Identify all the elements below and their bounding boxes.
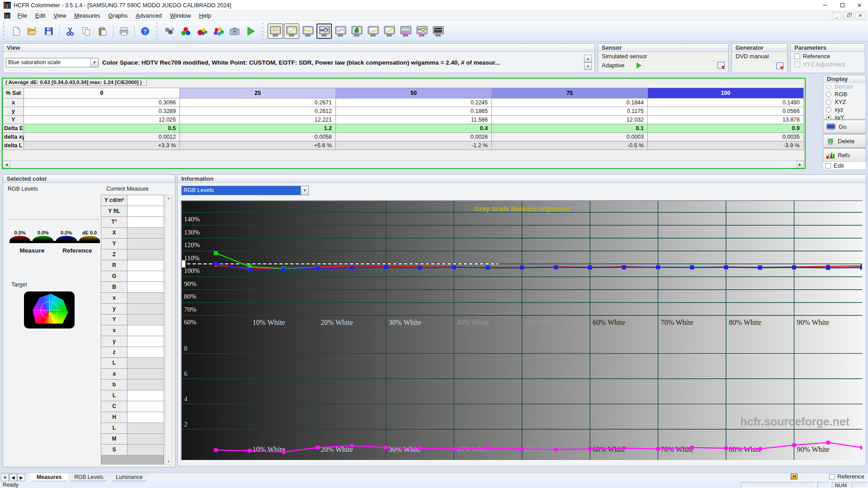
sensor-config-icon[interactable] — [717, 62, 725, 69]
column-header-50[interactable]: 50 — [336, 88, 492, 99]
measure-row-value[interactable] — [127, 336, 164, 347]
measure-value-cell[interactable]: 0.2671 — [180, 99, 336, 107]
menu-graphs[interactable]: Graphs — [104, 11, 132, 20]
measure-value-cell[interactable]: 0.1175 — [492, 107, 648, 116]
measure-value-cell[interactable]: -0.5 % — [492, 141, 648, 150]
measure-value-cell[interactable]: 0.0058 — [180, 133, 336, 141]
measure-row-value[interactable] — [127, 347, 164, 358]
measure-value-cell[interactable]: 0.1490 — [648, 99, 804, 107]
free-measure-button[interactable] — [178, 23, 193, 39]
measure-value-cell[interactable]: 12.025 — [24, 116, 180, 124]
measure-row-value[interactable] — [127, 304, 164, 314]
minimize-button[interactable] — [816, 0, 834, 11]
display-option-xyz[interactable]: XYZ — [823, 98, 866, 106]
column-header-25[interactable]: 25 — [180, 88, 336, 99]
measure-value-cell[interactable]: 13.878 — [648, 116, 804, 124]
measure-value-cell[interactable]: -3.9 % — [648, 141, 804, 150]
close-button[interactable]: ✕ — [851, 0, 868, 11]
measure-row-value[interactable] — [127, 423, 164, 434]
run-measures-button[interactable] — [243, 23, 259, 39]
go-button[interactable]: Go — [823, 120, 866, 133]
saturation-waves-view-button[interactable] — [414, 23, 429, 39]
copy-button[interactable] — [79, 23, 94, 39]
measure-value-cell[interactable]: 12.032 — [492, 116, 648, 124]
menu-help[interactable]: Help — [195, 11, 215, 20]
measure-row-value[interactable] — [127, 206, 164, 217]
new-file-button[interactable] — [9, 23, 24, 39]
sensor-run-icon[interactable] — [637, 62, 642, 69]
radio-icon[interactable] — [826, 107, 831, 113]
scroll-left-icon[interactable]: ◀ — [3, 161, 10, 168]
mdi-minimize-button[interactable]: _ — [832, 12, 842, 19]
paste-button[interactable] — [95, 23, 110, 39]
measures-table-view-button[interactable] — [268, 23, 283, 39]
help-button[interactable]: ? — [137, 23, 153, 39]
display-option-xyz[interactable]: xyz — [823, 106, 866, 113]
measure-value-cell[interactable]: 0.2612 — [180, 107, 336, 116]
measure-saturations-button[interactable] — [211, 23, 226, 39]
parameter-reference[interactable]: Reference — [791, 52, 865, 60]
scrollbar-track[interactable] — [10, 161, 796, 168]
save-file-button[interactable] — [41, 23, 57, 39]
measure-row-value[interactable] — [127, 271, 164, 282]
view-mode-dropdown[interactable]: Blue saturation scale ▼ — [6, 58, 99, 67]
measure-row-value[interactable] — [127, 434, 164, 445]
measure-value-cell[interactable]: +5.6 % — [180, 141, 336, 150]
rgb-lines-view-button[interactable] — [398, 23, 413, 39]
menu-advanced[interactable]: Advanced — [132, 11, 166, 20]
column-header-0[interactable]: 0 — [24, 88, 180, 99]
measure-row-value[interactable] — [127, 293, 164, 304]
tab-measures[interactable]: Measures — [29, 473, 69, 481]
menu-edit[interactable]: Edit — [31, 11, 49, 20]
cut-button[interactable] — [62, 23, 78, 39]
checkbox-icon[interactable] — [794, 53, 800, 59]
measure-row-value[interactable] — [127, 282, 164, 293]
color-temperature-view-button[interactable] — [333, 23, 348, 39]
mdi-restore-button[interactable] — [844, 12, 854, 19]
table-horizontal-scrollbar[interactable]: ◀ ▶ — [3, 160, 804, 168]
current-measure-scrollbar[interactable]: ▲ ▼ — [165, 195, 172, 465]
measure-row-value[interactable] — [127, 239, 164, 249]
info-spinner[interactable]: ▲▼ — [584, 55, 592, 70]
edit-checkbox[interactable] — [826, 163, 831, 169]
edit-checkbox-row[interactable]: Edit — [823, 161, 866, 170]
measure-row-value[interactable] — [127, 325, 164, 336]
column-header-75[interactable]: 75 — [492, 88, 648, 99]
measure-value-cell[interactable]: 0.0026 — [336, 133, 492, 141]
spin-up-icon[interactable]: ▲ — [584, 55, 592, 62]
measure-row-value[interactable] — [127, 249, 164, 260]
spin-down-icon[interactable]: ▼ — [584, 62, 592, 70]
gamma-curve-view-button[interactable] — [284, 23, 299, 39]
menu-view[interactable]: View — [49, 11, 70, 20]
menu-file[interactable]: File — [14, 11, 31, 20]
mdi-close-button[interactable]: ✕ — [855, 12, 865, 19]
measure-value-cell[interactable]: 0.5 — [24, 124, 180, 133]
measure-value-cell[interactable]: 0.2245 — [336, 99, 492, 107]
measure-value-cell[interactable]: -1.2 % — [336, 141, 492, 150]
measure-value-cell[interactable]: 1.2 — [180, 124, 336, 133]
measure-value-cell[interactable]: 0.3289 — [24, 107, 180, 116]
measure-value-cell[interactable]: 0.3096 — [24, 99, 180, 107]
measure-value-cell[interactable]: 0.9 — [648, 124, 804, 133]
measure-value-cell[interactable]: 12.221 — [180, 116, 336, 124]
radio-icon[interactable] — [826, 99, 831, 105]
radio-icon[interactable] — [826, 92, 831, 97]
capture-snapshot-button[interactable] — [227, 23, 242, 39]
measure-row-value[interactable] — [127, 412, 164, 423]
luminance-view-button[interactable] — [300, 23, 316, 39]
scroll-right-icon[interactable]: ▶ — [796, 161, 804, 168]
tab-scroll-right-button[interactable]: ▶ — [17, 474, 25, 481]
menu-window[interactable]: Window — [166, 11, 195, 20]
measure-row-value[interactable] — [127, 445, 164, 455]
measure-row-value[interactable] — [127, 380, 164, 390]
column-header-100[interactable]: 100 — [648, 88, 804, 99]
measure-value-cell[interactable]: 0.0012 — [24, 133, 180, 141]
display-option-rgb[interactable]: RGB — [823, 90, 866, 98]
tab-rgb-levels[interactable]: RGB Levels — [66, 473, 111, 481]
measure-primaries-button[interactable] — [194, 23, 210, 39]
maximize-button[interactable] — [834, 0, 851, 11]
palette-icon[interactable] — [791, 474, 797, 479]
cie-diagram-view-button[interactable] — [349, 23, 364, 39]
measure-row-value[interactable] — [127, 369, 164, 380]
tab-close-button[interactable]: ✕ — [1, 474, 9, 481]
